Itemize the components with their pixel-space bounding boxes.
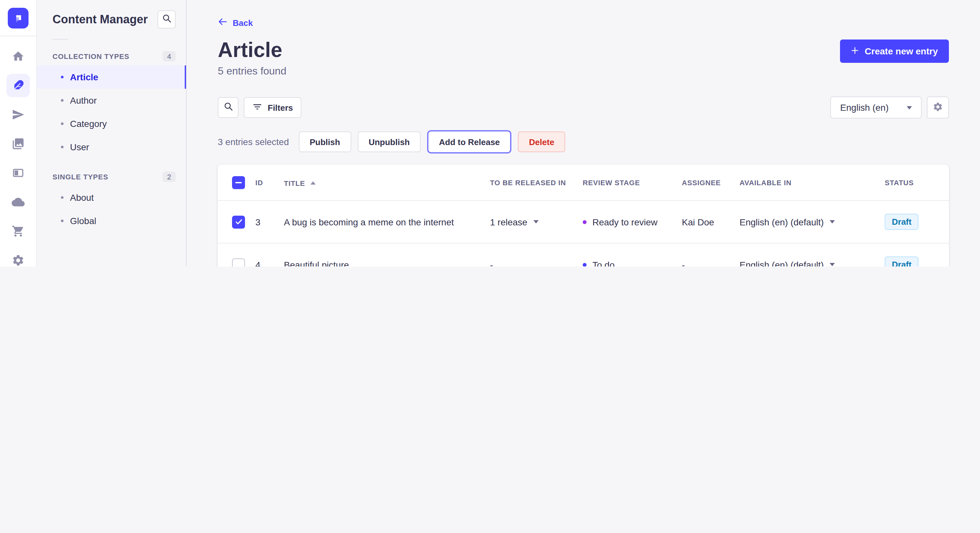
content-manager-subnav: Content Manager COLLECTION TYPES4Article… (37, 0, 187, 266)
search-icon (223, 102, 233, 113)
section-label: SINGLE TYPES (52, 173, 108, 181)
rail-button-layout[interactable] (6, 161, 30, 185)
row-checkbox[interactable] (232, 258, 245, 266)
filter-icon (252, 102, 262, 114)
section-label: COLLECTION TYPES (52, 52, 129, 60)
row-assignee: Kai Doe (682, 217, 740, 227)
subnav-item-label: Global (70, 216, 96, 226)
entries-table: ID TITLE TO BE RELEASED IN REVIEW STAGE … (218, 165, 949, 266)
plus-icon (851, 46, 859, 56)
subnav-item-label: User (70, 142, 89, 152)
rail-button-home[interactable] (6, 45, 30, 68)
bullet-icon (61, 122, 64, 125)
subnav-item-about[interactable]: About (37, 186, 186, 209)
rail-button-media-library[interactable] (6, 132, 30, 155)
select-all-checkbox[interactable] (232, 176, 245, 189)
row-checkbox[interactable] (232, 215, 245, 228)
subnav-sections: COLLECTION TYPES4ArticleAuthorCategoryUs… (37, 42, 186, 233)
section-count-badge: 4 (163, 51, 176, 62)
subnav-section: SINGLE TYPES2AboutGlobal (37, 168, 186, 233)
row-to-be-released-in: - (490, 259, 583, 266)
rail-button-feather[interactable] (6, 74, 30, 97)
row-available-in: English (en) (default) (740, 259, 885, 266)
row-review-stage: To do (583, 259, 682, 266)
status-badge: Draft (885, 257, 919, 266)
row-title: A bug is becoming a meme on the internet (284, 217, 490, 227)
subnav-item-label: Article (70, 72, 98, 82)
subnav-section: COLLECTION TYPES4ArticleAuthorCategoryUs… (37, 47, 186, 159)
stage-dot-icon (583, 220, 587, 224)
view-settings-button[interactable] (927, 97, 949, 119)
row-available-in: English (en) (default) (740, 217, 885, 227)
column-header-assignee[interactable]: ASSIGNEE (682, 178, 740, 186)
bullet-icon (61, 76, 64, 78)
main-content: Back Article Create new entry 5 entries … (187, 0, 980, 266)
section-count-badge: 2 (163, 171, 176, 182)
column-header-title[interactable]: TITLE (284, 179, 315, 187)
chevron-down-icon[interactable] (830, 220, 835, 224)
status-badge: Draft (885, 214, 919, 230)
unpublish-button[interactable]: Unpublish (358, 132, 421, 152)
search-button[interactable] (218, 97, 239, 118)
create-new-entry-button[interactable]: Create new entry (840, 40, 949, 63)
search-icon (162, 14, 172, 25)
table-row[interactable]: 3A bug is becoming a meme on the interne… (218, 200, 949, 243)
arrow-left-icon (218, 17, 228, 29)
subnav-item-label: About (70, 192, 94, 203)
media-library-icon (12, 137, 25, 150)
cloud-icon (12, 195, 25, 209)
strapi-logo-icon[interactable] (8, 8, 29, 28)
column-header-id[interactable]: ID (255, 178, 284, 186)
paper-plane-icon (12, 108, 25, 121)
subnav-title: Content Manager (52, 13, 148, 26)
row-title: Beautiful picture (284, 259, 490, 266)
bullet-icon (61, 99, 64, 102)
row-assignee: - (682, 259, 740, 266)
feather-icon (12, 79, 25, 92)
chevron-down-icon[interactable] (533, 220, 538, 224)
locale-select[interactable]: English (en) (830, 97, 922, 119)
back-link[interactable]: Back (218, 17, 253, 29)
table-body: 3A bug is becoming a meme on the interne… (218, 200, 949, 266)
add-to-release-button[interactable]: Add to Release (427, 130, 511, 154)
column-header-to-be-released-in[interactable]: TO BE RELEASED IN (490, 178, 583, 186)
layout-icon (12, 167, 25, 179)
stage-dot-icon (583, 263, 587, 266)
table-row[interactable]: 4Beautiful picture-To do-English (en) (d… (218, 243, 949, 266)
selected-count-text: 3 entries selected (218, 136, 289, 147)
row-id: 4 (255, 259, 284, 266)
subnav-item-global[interactable]: Global (37, 209, 186, 233)
divider (52, 39, 68, 40)
publish-button[interactable]: Publish (299, 132, 351, 152)
app-window: KD Content Manager COLLECTION TYPES4Arti… (0, 0, 980, 266)
logo-cell (0, 0, 36, 36)
column-header-review-stage[interactable]: REVIEW STAGE (583, 178, 682, 186)
bullet-icon (61, 219, 64, 222)
chevron-down-icon[interactable] (830, 263, 835, 266)
icon-rail: KD (0, 0, 37, 266)
subnav-item-article[interactable]: Article (37, 65, 186, 89)
entries-count: 5 entries found (218, 65, 949, 77)
subnav-item-category[interactable]: Category (37, 112, 186, 135)
column-header-status[interactable]: STATUS (885, 178, 949, 186)
row-id: 3 (255, 217, 284, 227)
gear-icon (933, 102, 943, 114)
page-title: Article (218, 37, 282, 63)
column-header-available-in[interactable]: AVAILABLE IN (740, 178, 885, 186)
table-header-row: ID TITLE TO BE RELEASED IN REVIEW STAGE … (218, 165, 949, 200)
subnav-item-author[interactable]: Author (37, 89, 186, 112)
subnav-item-label: Author (70, 95, 97, 106)
cart-icon (12, 225, 25, 238)
rail-button-gear[interactable] (6, 249, 30, 266)
subnav-search-button[interactable] (158, 10, 176, 29)
rail-button-cloud[interactable] (6, 190, 30, 214)
subnav-item-user[interactable]: User (37, 135, 186, 159)
chevron-down-icon (907, 106, 912, 109)
delete-button[interactable]: Delete (518, 132, 565, 152)
rail-button-paper-plane[interactable] (6, 103, 30, 126)
rail-button-cart[interactable] (6, 219, 30, 243)
rail-nav (6, 45, 30, 266)
sort-asc-icon (310, 181, 315, 185)
filters-button[interactable]: Filters (244, 97, 301, 118)
subnav-item-label: Category (70, 119, 107, 129)
